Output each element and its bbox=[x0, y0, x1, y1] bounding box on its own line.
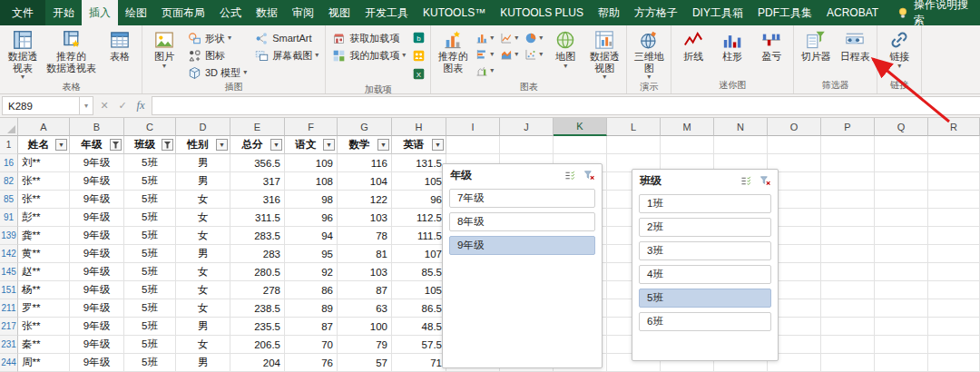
row-header[interactable]: 82 bbox=[0, 172, 18, 191]
cell[interactable] bbox=[821, 318, 875, 336]
cell[interactable]: 秦** bbox=[18, 336, 70, 354]
pictures-button[interactable]: 图片▾ bbox=[145, 27, 183, 70]
column-header-H[interactable]: H bbox=[392, 118, 446, 136]
insert-scatter-chart-button[interactable]: ▾ bbox=[522, 46, 545, 62]
insert-function-button[interactable]: fx bbox=[132, 99, 150, 113]
cell[interactable]: 87 bbox=[285, 318, 338, 336]
cell[interactable]: 122 bbox=[338, 191, 392, 209]
cell[interactable]: 女 bbox=[176, 281, 230, 299]
cell[interactable] bbox=[875, 336, 928, 354]
cell[interactable]: 131.5 bbox=[392, 154, 446, 172]
column-header-D[interactable]: D bbox=[176, 118, 230, 136]
cell[interactable] bbox=[928, 318, 980, 336]
cell[interactable]: 女 bbox=[176, 336, 230, 354]
cell[interactable]: 283 bbox=[230, 245, 285, 263]
cell[interactable] bbox=[821, 154, 875, 172]
column-header-I[interactable]: I bbox=[446, 118, 500, 136]
3d-models-button[interactable]: 3D 模型▾ bbox=[184, 64, 250, 81]
cell[interactable]: 5班 bbox=[124, 318, 176, 336]
cell[interactable]: 9年级 bbox=[70, 191, 124, 209]
cell[interactable]: 95 bbox=[285, 245, 338, 263]
cell[interactable] bbox=[821, 209, 875, 227]
multi-select-button[interactable] bbox=[738, 174, 754, 189]
filter-dropdown-button[interactable]: ▼ bbox=[55, 139, 67, 151]
get-add-ins-button[interactable]: 获取加载项 bbox=[328, 30, 409, 46]
cell[interactable] bbox=[875, 281, 928, 299]
cell[interactable]: 女 bbox=[176, 299, 230, 318]
cell[interactable]: 女 bbox=[176, 227, 230, 245]
cell[interactable] bbox=[875, 227, 928, 245]
ribbon-tab-kutools-plus[interactable]: KUTOOLS PLUS bbox=[493, 0, 591, 25]
cell[interactable]: 103 bbox=[338, 263, 392, 281]
excel-addin-button[interactable]: X bbox=[413, 67, 425, 83]
ribbon-tab-page-layout[interactable]: 页面布局 bbox=[154, 0, 212, 25]
column-header-E[interactable]: E bbox=[230, 118, 285, 136]
cell[interactable]: 9年级 bbox=[70, 227, 124, 245]
row-header[interactable]: 145 bbox=[0, 263, 18, 281]
cell[interactable]: 70 bbox=[285, 336, 338, 354]
cell[interactable]: 98 bbox=[285, 191, 338, 209]
cell[interactable]: 龚** bbox=[18, 227, 70, 245]
ribbon-tab-kutools[interactable]: KUTOOLS™ bbox=[416, 0, 493, 25]
cell[interactable]: 黄** bbox=[18, 245, 70, 263]
cell[interactable]: 5班 bbox=[124, 191, 176, 209]
cell[interactable]: 性别▼ bbox=[176, 136, 230, 154]
cell[interactable] bbox=[821, 172, 875, 191]
cell[interactable]: 278 bbox=[230, 281, 285, 299]
cell[interactable] bbox=[875, 263, 928, 281]
insert-area-chart-button[interactable]: ▾ bbox=[497, 46, 521, 62]
cell[interactable]: 女 bbox=[176, 263, 230, 281]
row-header[interactable]: 244 bbox=[0, 354, 18, 372]
column-header-G[interactable]: G bbox=[338, 118, 392, 136]
cell[interactable]: 9年级 bbox=[70, 154, 124, 172]
cell[interactable]: 语文▼ bbox=[285, 136, 338, 154]
cell[interactable] bbox=[821, 281, 875, 299]
cell[interactable]: 76 bbox=[285, 354, 338, 372]
cell[interactable] bbox=[821, 299, 875, 318]
cell[interactable] bbox=[875, 354, 928, 372]
cell[interactable] bbox=[714, 136, 768, 154]
ribbon-tab-draw[interactable]: 绘图 bbox=[118, 0, 154, 25]
cell[interactable]: 105 bbox=[392, 172, 446, 191]
cell[interactable]: 356.5 bbox=[230, 154, 285, 172]
cell[interactable]: 78 bbox=[338, 227, 392, 245]
row-header[interactable]: 139 bbox=[0, 227, 18, 245]
cell[interactable]: 男 bbox=[176, 154, 230, 172]
row-header[interactable]: 142 bbox=[0, 245, 18, 263]
slicer-item[interactable]: 9年级 bbox=[449, 236, 595, 255]
cell[interactable]: 女 bbox=[176, 191, 230, 209]
column-header-A[interactable]: A bbox=[18, 118, 70, 136]
filter-dropdown-button[interactable]: ▼ bbox=[432, 139, 444, 151]
cell[interactable]: 85.5 bbox=[392, 263, 446, 281]
timeline-button[interactable]: 日程表 bbox=[836, 27, 874, 63]
cell[interactable]: 71 bbox=[392, 354, 446, 372]
select-all-corner[interactable] bbox=[0, 118, 18, 136]
filter-dropdown-button[interactable]: ▼ bbox=[216, 139, 228, 151]
cell[interactable] bbox=[821, 354, 875, 372]
cell[interactable]: 男 bbox=[176, 245, 230, 263]
cell[interactable] bbox=[821, 336, 875, 354]
cell[interactable]: 5班 bbox=[124, 227, 176, 245]
column-header-O[interactable]: O bbox=[768, 118, 821, 136]
cell[interactable]: 87 bbox=[338, 281, 392, 299]
ribbon-tab-pdf-tools[interactable]: PDF工具集 bbox=[750, 0, 819, 25]
filter-applied-button[interactable] bbox=[110, 139, 122, 151]
cell[interactable] bbox=[928, 336, 980, 354]
table-button[interactable]: 表格 bbox=[101, 27, 139, 63]
cell[interactable]: 女 bbox=[176, 209, 230, 227]
cell[interactable] bbox=[821, 263, 875, 281]
ribbon-tab-home[interactable]: 开始 bbox=[45, 0, 82, 25]
row-header[interactable]: 217 bbox=[0, 318, 18, 336]
cell[interactable]: 张** bbox=[18, 172, 70, 191]
cell[interactable] bbox=[928, 227, 980, 245]
cell[interactable] bbox=[928, 191, 980, 209]
cell[interactable]: 317 bbox=[230, 172, 285, 191]
cell[interactable]: 5班 bbox=[124, 263, 176, 281]
cell[interactable]: 男 bbox=[176, 318, 230, 336]
cell[interactable]: 9年级 bbox=[70, 263, 124, 281]
clear-filter-button[interactable] bbox=[581, 169, 597, 183]
insert-line-chart-button[interactable]: ▾ bbox=[497, 30, 521, 45]
cell[interactable]: 赵** bbox=[18, 263, 70, 281]
cell[interactable]: 5班 bbox=[124, 281, 176, 299]
cell[interactable]: 男 bbox=[176, 172, 230, 191]
